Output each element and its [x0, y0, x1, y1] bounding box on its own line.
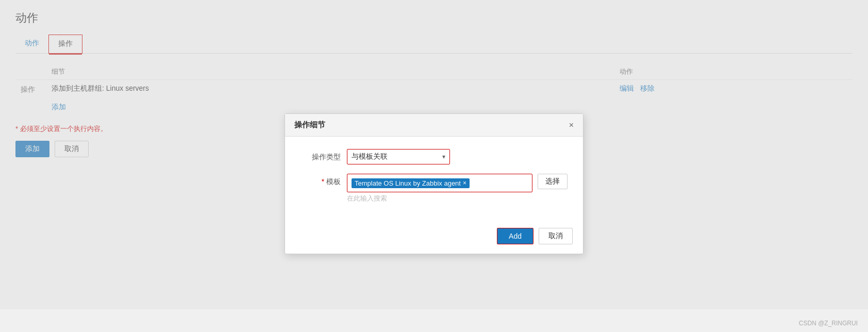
modal-close-button[interactable]: ×: [569, 121, 574, 130]
modal-body: 操作类型 与模板关联 ▾ 模板: [285, 137, 583, 223]
form-row-type: 操作类型 与模板关联 ▾: [301, 149, 567, 164]
page-wrapper: 动作 动作 操作 细节 动作 操作 添加到主机群组: Linux servers…: [0, 0, 868, 309]
select-template-button[interactable]: 选择: [538, 174, 567, 189]
type-label: 操作类型: [301, 149, 347, 162]
operation-type-select[interactable]: 与模板关联 ▾: [347, 149, 450, 164]
select-value: 与模板关联: [352, 152, 388, 161]
tag-text: Template OS Linux by Zabbix agent: [355, 179, 461, 187]
form-row-template: 模板 Template OS Linux by Zabbix agent ×: [301, 174, 567, 203]
type-control-wrap: 与模板关联 ▾: [347, 149, 567, 164]
modal-overlay: 操作细节 × 操作类型 与模板关联 ▾ 模板: [0, 0, 868, 309]
template-tag: Template OS Linux by Zabbix agent ×: [352, 178, 470, 188]
footer-watermark: CSDN @Z_RINGRUI: [799, 320, 858, 327]
modal-footer: Add 取消: [285, 223, 583, 254]
template-input-wrap[interactable]: Template OS Linux by Zabbix agent ×: [347, 174, 532, 192]
modal-add-button[interactable]: Add: [497, 228, 533, 244]
tag-remove-button[interactable]: ×: [463, 179, 466, 187]
template-control-wrap: Template OS Linux by Zabbix agent × 在此输入…: [347, 174, 567, 203]
modal-cancel-button[interactable]: 取消: [539, 228, 573, 244]
modal-header: 操作细节 ×: [285, 114, 583, 137]
chevron-down-icon: ▾: [442, 153, 445, 160]
search-hint: 在此输入搜索: [347, 194, 532, 203]
template-row-flex: Template OS Linux by Zabbix agent × 在此输入…: [347, 174, 567, 203]
template-label: 模板: [301, 174, 347, 187]
modal-box: 操作细节 × 操作类型 与模板关联 ▾ 模板: [285, 113, 583, 254]
template-input-container: Template OS Linux by Zabbix agent × 在此输入…: [347, 174, 532, 203]
modal-title: 操作细节: [294, 120, 325, 130]
